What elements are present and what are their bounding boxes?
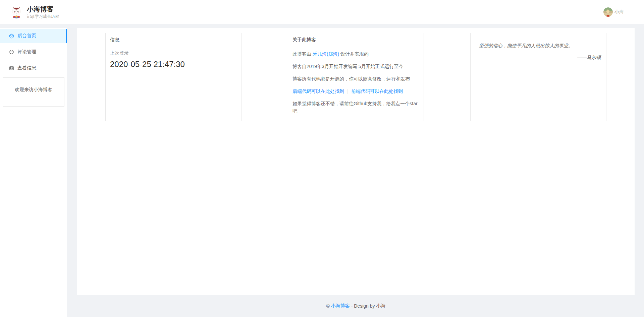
- user-menu[interactable]: 小海: [603, 7, 624, 17]
- info-card: 信息 上次登录 2020-05-25 21:47:30: [105, 33, 241, 121]
- about-line-opensource: 博客所有代码都是开源的，你可以随意修改，运行和发布: [292, 75, 419, 82]
- admin-dashboard: 小海博客 记录学习成长历程 小海: [0, 0, 644, 317]
- footer-author: 小海: [376, 303, 386, 309]
- about-card-body: 此博客由 禾几海(郑海) 设计并实现的 博客自2019年3月开始开发编写 5月开…: [288, 46, 424, 119]
- footer: © 小海博客 - Design by 小海: [77, 295, 635, 317]
- sidebar-item-label: 后台首页: [17, 33, 36, 39]
- backend-code-link[interactable]: 后端代码可以在此处找到: [292, 88, 344, 94]
- idcard-icon: [9, 66, 14, 71]
- about-author-suffix: 设计并实现的: [339, 51, 369, 57]
- header: 小海博客 记录学习成长历程 小海: [0, 0, 644, 24]
- footer-site-link[interactable]: 小海博客: [331, 303, 350, 309]
- main-content: 信息 上次登录 2020-05-25 21:47:30 关于此博客 此博客由 禾…: [77, 28, 635, 295]
- sidebar-item-label: 查看信息: [17, 65, 36, 71]
- sidebar-menu: 后台首页 评论管理: [0, 28, 67, 75]
- sidebar-item-dashboard[interactable]: 后台首页: [0, 29, 67, 43]
- sidebar: 后台首页 评论管理: [0, 28, 67, 317]
- about-author-prefix: 此博客由: [292, 51, 313, 57]
- page-title: 小海博客: [27, 5, 59, 13]
- message-icon: [9, 50, 14, 55]
- frontend-code-link[interactable]: 前端代码可以在此处找到: [351, 88, 403, 94]
- about-line-author: 此博客由 禾几海(郑海) 设计并实现的: [292, 50, 419, 58]
- about-card: 关于此博客 此博客由 禾几海(郑海) 设计并实现的 博客自2019年3月开始开发…: [288, 33, 424, 121]
- footer-middle-text: - Design by: [351, 303, 375, 309]
- logo-icon: [10, 6, 23, 18]
- welcome-box: 欢迎来访小海博客: [3, 77, 64, 107]
- sidebar-item-comments[interactable]: 评论管理: [0, 45, 67, 59]
- welcome-text: 欢迎来访小海博客: [15, 87, 52, 92]
- avatar[interactable]: [603, 7, 613, 17]
- quote-author: ——马尔顿: [479, 55, 601, 61]
- last-login-label: 上次登录: [110, 50, 237, 56]
- sidebar-item-label: 评论管理: [17, 49, 36, 55]
- info-card-body: 上次登录 2020-05-25 21:47:30: [106, 46, 241, 74]
- about-card-title: 关于此博客: [288, 33, 424, 46]
- about-line-code-links: 后端代码可以在此处找到前端代码可以在此处找到: [292, 87, 419, 95]
- quote-card: 坚强的信心，能使平凡的人做出惊人的事业。 ——马尔顿: [470, 33, 606, 121]
- copyright-symbol: ©: [326, 303, 329, 309]
- dashboard-icon: [9, 34, 14, 39]
- info-card-title: 信息: [106, 33, 241, 46]
- vertical-divider: [347, 89, 348, 94]
- author-link[interactable]: 禾几海(郑海): [313, 51, 339, 57]
- brand-text: 小海博客 记录学习成长历程: [27, 5, 59, 19]
- about-line-history: 博客自2019年3月开始开发编写 5月开始正式运行至今: [292, 63, 419, 70]
- about-line-star: 如果觉得博客还不错，请前往Github支持我，给我点一个star吧: [292, 100, 419, 115]
- brand[interactable]: 小海博客 记录学习成长历程: [10, 5, 59, 19]
- cards-row: 信息 上次登录 2020-05-25 21:47:30 关于此博客 此博客由 禾…: [105, 33, 606, 121]
- last-login-value: 2020-05-25 21:47:30: [110, 59, 237, 70]
- page-subtitle: 记录学习成长历程: [27, 14, 59, 19]
- user-name[interactable]: 小海: [614, 9, 624, 15]
- quote-text: 坚强的信心，能使平凡的人做出惊人的事业。: [479, 42, 601, 49]
- sidebar-item-view-info[interactable]: 查看信息: [0, 61, 67, 75]
